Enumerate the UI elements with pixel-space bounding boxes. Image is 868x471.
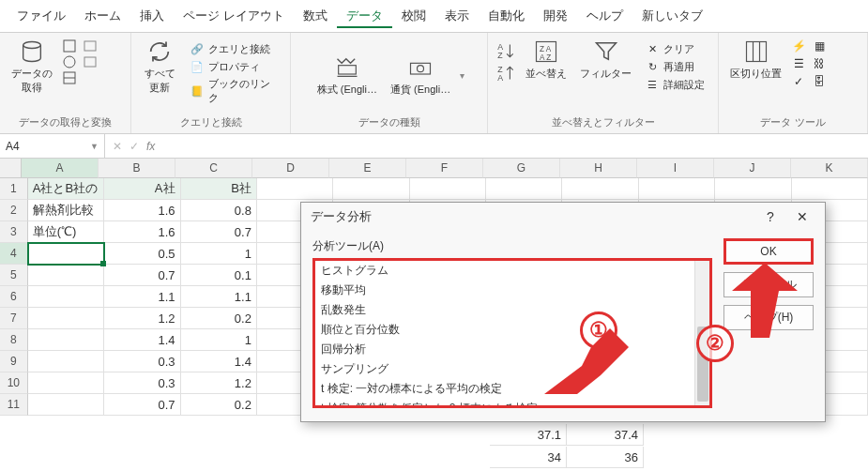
menu-新しいタブ[interactable]: 新しいタブ: [632, 4, 712, 28]
cell-C11[interactable]: 0.2: [181, 394, 257, 416]
refresh-all-button[interactable]: すべて 更新: [139, 37, 180, 97]
cell-J1[interactable]: [715, 178, 791, 200]
workbook-links-button[interactable]: 📒ブックのリンク: [186, 76, 282, 106]
fx-icon[interactable]: fx: [146, 140, 155, 153]
analysis-tool-item[interactable]: ヒストグラム: [315, 261, 709, 281]
col-header-I[interactable]: I: [637, 159, 714, 178]
menu-ヘルプ[interactable]: ヘルプ: [577, 4, 632, 28]
cell-C1[interactable]: B社: [181, 178, 257, 200]
relationships-icon[interactable]: ⛓: [812, 56, 827, 71]
cell-A7[interactable]: [28, 308, 104, 329]
col-header-J[interactable]: J: [714, 159, 791, 178]
properties-button[interactable]: 📄プロパティ: [186, 58, 282, 75]
cell-B11[interactable]: 0.7: [104, 394, 180, 416]
col-header-H[interactable]: H: [560, 159, 637, 178]
from-table-icon[interactable]: [62, 70, 77, 85]
cell-C7[interactable]: 0.2: [181, 308, 257, 329]
from-web-icon[interactable]: [62, 54, 77, 69]
row-header[interactable]: 3: [0, 221, 28, 243]
cell-C3[interactable]: 0.7: [181, 221, 257, 243]
cell-A4[interactable]: [28, 243, 104, 265]
sort-button[interactable]: Z AA Z 並べ替え: [522, 37, 571, 83]
cell-H1[interactable]: [562, 178, 638, 200]
cell-I1[interactable]: [639, 178, 715, 200]
cell-C2[interactable]: 0.8: [181, 200, 257, 221]
row-header[interactable]: 7: [0, 308, 28, 329]
select-all-corner[interactable]: [0, 159, 22, 178]
col-header-A[interactable]: A: [22, 159, 99, 178]
row-header[interactable]: 5: [0, 265, 28, 286]
cell-G1[interactable]: [486, 178, 562, 200]
cell-B1[interactable]: A社: [104, 178, 180, 200]
col-header-C[interactable]: C: [175, 159, 252, 178]
menu-ホーム[interactable]: ホーム: [75, 4, 130, 28]
ok-button[interactable]: OK: [723, 238, 814, 265]
data-model-icon[interactable]: 🗄: [812, 74, 827, 89]
cell-B4[interactable]: 0.5: [104, 243, 180, 265]
cell-C8[interactable]: 1: [181, 329, 257, 351]
cell-E1[interactable]: [333, 178, 409, 200]
cell-B7[interactable]: 1.2: [104, 308, 180, 329]
get-data-button[interactable]: データの 取得: [8, 37, 56, 97]
cell-A2[interactable]: 解熱剤比較: [28, 200, 104, 221]
cell-A6[interactable]: [28, 286, 104, 308]
col-header-K[interactable]: K: [791, 159, 868, 178]
cell-D1[interactable]: [257, 178, 333, 200]
row-header[interactable]: 4: [0, 243, 28, 265]
enter-formula-icon[interactable]: ✓: [129, 140, 139, 153]
sort-za-icon[interactable]: ZA: [495, 63, 516, 84]
row-header[interactable]: 6: [0, 286, 28, 308]
menu-校閲[interactable]: 校閲: [392, 4, 435, 28]
reapply-button[interactable]: ↻再適用: [641, 58, 708, 75]
consolidate-icon[interactable]: ▦: [812, 38, 827, 53]
cell-A5[interactable]: [28, 265, 104, 286]
analysis-tools-listbox[interactable]: ヒストグラム移動平均乱数発生順位と百分位数回帰分析サンプリングt 検定: 一対の…: [312, 258, 712, 408]
data-validation-icon[interactable]: ✓: [791, 74, 806, 89]
text-to-columns-button[interactable]: 区切り位置: [726, 37, 785, 83]
cell-C6[interactable]: 1.1: [181, 286, 257, 308]
cell-A11[interactable]: [28, 394, 104, 416]
advanced-filter-button[interactable]: ☰詳細設定: [641, 76, 708, 93]
row-header[interactable]: 1: [0, 178, 28, 200]
remove-dup-icon[interactable]: ☰: [791, 56, 806, 71]
cell-C10[interactable]: 1.2: [181, 372, 257, 394]
dialog-close-icon[interactable]: ✕: [789, 209, 815, 224]
analysis-tool-item[interactable]: 順位と百分位数: [315, 320, 709, 340]
dialog-help-icon[interactable]: ?: [757, 209, 784, 224]
cell-A3[interactable]: 単位(℃): [28, 221, 104, 243]
flash-fill-icon[interactable]: ⚡: [791, 38, 806, 53]
menu-挿入[interactable]: 挿入: [130, 4, 174, 28]
menu-ページ レイアウト[interactable]: ページ レイアウト: [174, 4, 294, 28]
datatype-more-icon[interactable]: ▾: [460, 70, 464, 81]
currency-button[interactable]: 通貨 (Engli…: [387, 53, 454, 99]
cell-B5[interactable]: 0.7: [104, 265, 180, 286]
menu-データ[interactable]: データ: [337, 4, 392, 28]
row-header[interactable]: 8: [0, 329, 28, 351]
analysis-tool-item[interactable]: 乱数発生: [315, 300, 709, 320]
cancel-formula-icon[interactable]: ✕: [113, 140, 122, 153]
from-text-icon[interactable]: [62, 38, 77, 53]
cell-C4[interactable]: 1: [181, 243, 257, 265]
cell-A1[interactable]: A社とB社の: [28, 178, 104, 200]
filter-button[interactable]: フィルター: [576, 37, 635, 83]
analysis-tool-item[interactable]: サンプリング: [315, 359, 709, 379]
cancel-button[interactable]: キャンセル: [723, 272, 814, 297]
cell-B8[interactable]: 1.4: [104, 329, 180, 351]
existing-conn-icon[interactable]: [83, 54, 98, 69]
col-header-G[interactable]: G: [483, 159, 560, 178]
chevron-down-icon[interactable]: ▼: [90, 142, 99, 151]
clear-filter-button[interactable]: ✕クリア: [641, 40, 708, 57]
col-header-D[interactable]: D: [252, 159, 329, 178]
cell-B2[interactable]: 1.6: [104, 200, 180, 221]
cell-K1[interactable]: [792, 178, 868, 200]
analysis-tool-item[interactable]: t 検定: 等分散を仮定した 2 標本による検定: [315, 399, 709, 408]
menu-ファイル[interactable]: ファイル: [8, 4, 75, 28]
menu-表示[interactable]: 表示: [435, 4, 479, 28]
row-header[interactable]: 10: [0, 372, 28, 394]
menu-開発[interactable]: 開発: [534, 4, 577, 28]
help-button[interactable]: ヘルプ(H): [723, 305, 814, 330]
menu-自動化[interactable]: 自動化: [479, 4, 534, 28]
col-header-E[interactable]: E: [329, 159, 406, 178]
analysis-tool-item[interactable]: 移動平均: [315, 281, 709, 300]
cell-C9[interactable]: 1.4: [181, 351, 257, 372]
